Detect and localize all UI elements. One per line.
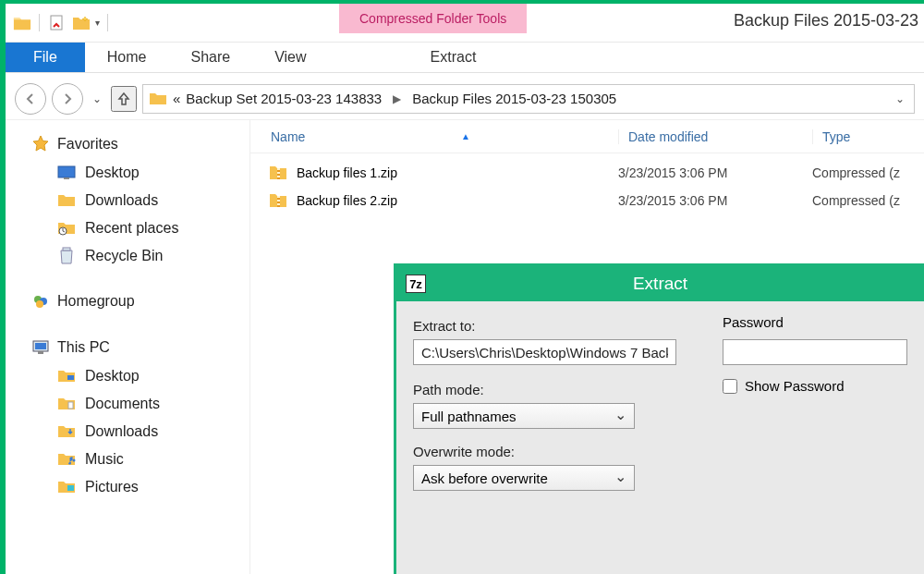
overwrite-mode-label: Overwrite mode: — [413, 444, 676, 459]
new-folder-button[interactable] — [71, 13, 91, 33]
svg-rect-11 — [67, 375, 74, 380]
zip-icon — [269, 191, 287, 210]
folder-icon — [13, 14, 31, 32]
explorer-window: ▾ Compressed Folder Tools Backup Files 2… — [6, 4, 924, 574]
properties-button[interactable] — [47, 13, 67, 33]
sidebar-item-recent-places[interactable]: Recent places — [6, 214, 249, 242]
path-mode-label: Path mode: — [413, 382, 676, 397]
folder-icon — [57, 478, 76, 496]
chevron-right-icon[interactable]: ▶ — [387, 92, 407, 105]
recent-places-icon — [57, 219, 76, 238]
sidebar-item-label: Documents — [85, 396, 160, 412]
address-dropdown-icon[interactable]: ⌄ — [892, 92, 908, 105]
separator — [107, 14, 108, 31]
show-password-box[interactable] — [723, 379, 737, 394]
sidebar-homegroup[interactable]: Homegroup — [6, 287, 249, 316]
column-headers: Name ▲ Date modified Type — [250, 120, 924, 153]
svg-rect-19 — [277, 196, 280, 198]
sidebar-item-music[interactable]: Music — [6, 446, 249, 473]
file-row[interactable]: Backup files 1.zip 3/23/2015 3:06 PM Com… — [250, 159, 924, 187]
svg-rect-16 — [277, 172, 280, 174]
show-password-checkbox[interactable]: Show Password — [723, 378, 907, 394]
sidebar-label: Favorites — [57, 136, 118, 153]
svg-rect-1 — [58, 166, 75, 177]
star-icon — [31, 135, 50, 153]
tab-file[interactable]: File — [6, 43, 85, 72]
back-button[interactable] — [15, 83, 46, 115]
svg-rect-15 — [277, 168, 280, 170]
svg-rect-20 — [277, 200, 280, 202]
tab-home[interactable]: Home — [85, 43, 169, 72]
sidebar-item-desktop-pc[interactable]: Desktop — [6, 362, 249, 390]
address-segment[interactable]: Backup Set 2015-03-23 143833 — [186, 91, 382, 106]
file-date: 3/23/2015 3:06 PM — [618, 193, 812, 208]
ribbon-tabs: File Home Share View Extract — [6, 43, 924, 78]
file-date: 3/23/2015 3:06 PM — [618, 165, 812, 180]
title-bar: ▾ Compressed Folder Tools Backup Files 2… — [6, 4, 924, 43]
tab-share[interactable]: Share — [168, 43, 252, 72]
recycle-bin-icon — [57, 247, 76, 265]
folder-icon — [57, 191, 76, 210]
zip-icon — [269, 164, 287, 182]
computer-icon — [31, 338, 50, 357]
svg-rect-4 — [63, 248, 70, 250]
sidebar-item-pictures[interactable]: Pictures — [6, 473, 249, 501]
file-type: Compressed (z — [812, 165, 900, 180]
dialog-title: Extract — [633, 274, 687, 294]
file-list-area: Name ▲ Date modified Type Backup files 1… — [250, 120, 924, 574]
up-button[interactable] — [111, 86, 137, 112]
svg-rect-12 — [68, 402, 73, 409]
recent-locations-dropdown[interactable]: ⌄ — [89, 92, 105, 105]
svg-rect-10 — [38, 351, 43, 354]
sort-ascending-icon: ▲ — [461, 131, 470, 141]
extract-to-input[interactable] — [413, 339, 676, 365]
sidebar-item-documents[interactable]: Documents — [6, 390, 249, 418]
separator — [39, 14, 40, 31]
sidebar-item-label: Desktop — [85, 165, 140, 181]
password-input[interactable] — [723, 339, 907, 365]
file-name: Backup files 2.zip — [297, 193, 397, 208]
qat-dropdown-icon[interactable]: ▾ — [95, 18, 100, 28]
forward-button[interactable] — [52, 83, 83, 115]
seven-zip-icon: 7z — [406, 275, 426, 293]
path-mode-select[interactable]: Full pathnames — [413, 403, 635, 429]
homegroup-icon — [31, 292, 50, 311]
show-password-label: Show Password — [745, 378, 845, 394]
svg-point-7 — [36, 300, 43, 308]
sidebar-item-label: Downloads — [85, 192, 158, 209]
address-segment[interactable]: Backup Files 2015-03-23 150305 — [412, 91, 616, 106]
file-name: Backup files 1.zip — [297, 165, 397, 180]
folder-icon — [57, 395, 76, 413]
file-row[interactable]: Backup files 2.zip 3/23/2015 3:06 PM Com… — [250, 187, 924, 214]
column-header-name[interactable]: Name ▲ — [250, 129, 618, 144]
navigation-pane: Favorites Desktop Downloads Recent place… — [6, 120, 250, 574]
svg-rect-9 — [35, 343, 46, 349]
folder-icon — [149, 90, 167, 108]
column-header-date[interactable]: Date modified — [618, 129, 812, 144]
address-overflow[interactable]: « — [173, 91, 180, 106]
sidebar-item-downloads[interactable]: Downloads — [6, 187, 249, 214]
sidebar-item-downloads-pc[interactable]: Downloads — [6, 418, 249, 446]
sidebar-favorites[interactable]: Favorites — [6, 129, 249, 159]
extract-dialog: 7z Extract Extract to: Path mode: Full p… — [394, 263, 924, 574]
tab-extract[interactable]: Extract — [375, 43, 532, 72]
dialog-title-bar[interactable]: 7z Extract — [396, 266, 924, 301]
password-label: Password — [723, 314, 907, 330]
overwrite-mode-select[interactable]: Ask before overwrite — [413, 465, 635, 491]
sidebar-this-pc[interactable]: This PC — [6, 333, 249, 362]
tab-view[interactable]: View — [252, 43, 328, 72]
svg-rect-21 — [277, 203, 280, 205]
sidebar-item-label: Pictures — [85, 479, 139, 495]
address-bar[interactable]: « Backup Set 2015-03-23 143833 ▶ Backup … — [142, 84, 915, 114]
sidebar-item-label: Recent places — [85, 220, 178, 237]
folder-icon — [57, 450, 76, 469]
sidebar-item-label: Desktop — [85, 368, 140, 385]
sidebar-item-recycle-bin[interactable]: Recycle Bin — [6, 242, 249, 270]
folder-icon — [57, 367, 76, 385]
sidebar-item-label: Downloads — [85, 423, 158, 440]
sidebar-item-desktop[interactable]: Desktop — [6, 159, 249, 187]
column-header-type[interactable]: Type — [812, 129, 924, 144]
context-tab-compressed-tools[interactable]: Compressed Folder Tools — [339, 4, 527, 33]
svg-rect-17 — [277, 176, 280, 177]
file-type: Compressed (z — [812, 193, 900, 208]
